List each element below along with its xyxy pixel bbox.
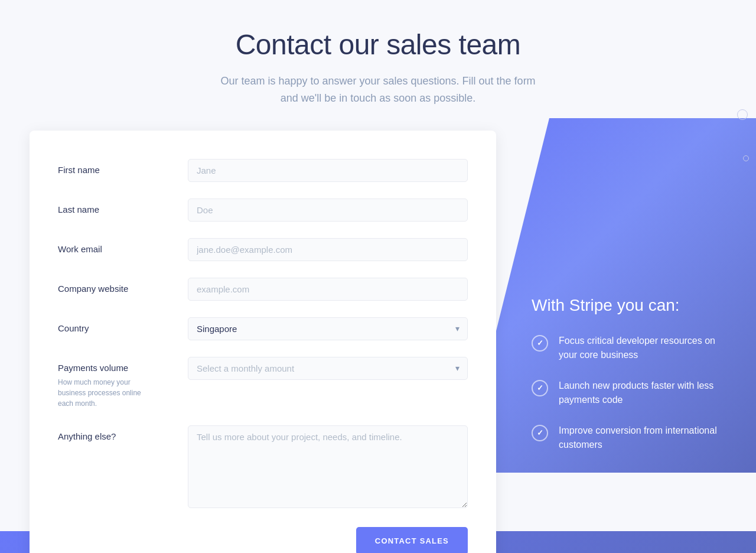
country-row: Country Singapore United States United K… — [58, 317, 468, 340]
feature-item-1: Focus critical developer resources on yo… — [532, 334, 726, 362]
first-name-label: First name — [58, 165, 100, 175]
feature-list: Focus critical developer resources on yo… — [532, 334, 726, 452]
page-subtitle: Our team is happy to answer your sales q… — [213, 73, 543, 107]
work-email-label: Work email — [58, 244, 102, 254]
anything-else-textarea[interactable] — [188, 425, 468, 508]
payments-volume-label: Payments volume — [58, 363, 128, 373]
payments-volume-select-wrapper: Select a monthly amount < $10K / month $… — [188, 357, 468, 380]
country-label: Country — [58, 323, 89, 333]
last-name-row: Last name — [58, 199, 468, 222]
contact-form-card: First name Last name Work email — [30, 131, 496, 553]
right-panel-title: With Stripe you can: — [532, 296, 726, 315]
contact-sales-button[interactable]: CONTACT SALES — [356, 527, 468, 553]
feature-item-2: Launch new products faster with less pay… — [532, 379, 726, 407]
last-name-label: Last name — [58, 204, 99, 214]
feature-item-3: Improve conversion from international cu… — [532, 424, 726, 452]
work-email-input[interactable] — [188, 238, 468, 261]
company-website-label: Company website — [58, 284, 128, 294]
first-name-input[interactable] — [188, 159, 468, 182]
anything-else-row: Anything else? — [58, 425, 468, 510]
first-name-row: First name — [58, 159, 468, 182]
feature-check-icon-1 — [532, 335, 548, 352]
payments-volume-select[interactable]: Select a monthly amount < $10K / month $… — [188, 357, 468, 380]
page-header: Contact our sales team Our team is happy… — [0, 0, 756, 131]
right-panel: With Stripe you can: Focus critical deve… — [496, 131, 726, 553]
company-website-row: Company website — [58, 278, 468, 301]
last-name-input[interactable] — [188, 199, 468, 222]
anything-else-label: Anything else? — [58, 431, 116, 441]
feature-check-icon-3 — [532, 425, 548, 441]
form-footer: CONTACT SALES — [58, 527, 468, 553]
feature-check-icon-2 — [532, 380, 548, 396]
payments-volume-row: Payments volume How much money your busi… — [58, 357, 468, 409]
feature-text-2: Launch new products faster with less pay… — [559, 379, 724, 407]
page-title: Contact our sales team — [12, 28, 744, 61]
feature-text-3: Improve conversion from international cu… — [559, 424, 724, 452]
work-email-row: Work email — [58, 238, 468, 261]
feature-text-1: Focus critical developer resources on yo… — [559, 334, 724, 362]
country-select-wrapper: Singapore United States United Kingdom A… — [188, 317, 468, 340]
country-select[interactable]: Singapore United States United Kingdom A… — [188, 317, 468, 340]
company-website-input[interactable] — [188, 278, 468, 301]
payments-volume-hint: How much money your business processes o… — [58, 377, 152, 409]
